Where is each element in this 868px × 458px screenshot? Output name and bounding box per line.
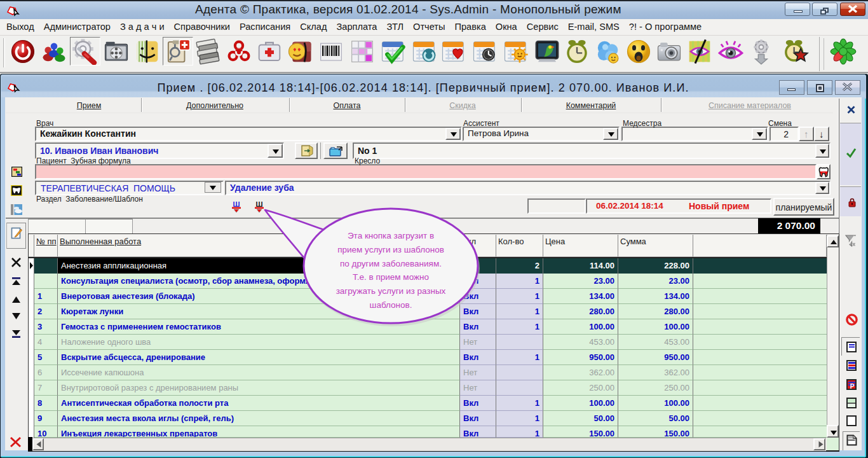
- svg-text:P: P: [850, 383, 855, 390]
- svg-text:Ш: Ш: [233, 201, 240, 208]
